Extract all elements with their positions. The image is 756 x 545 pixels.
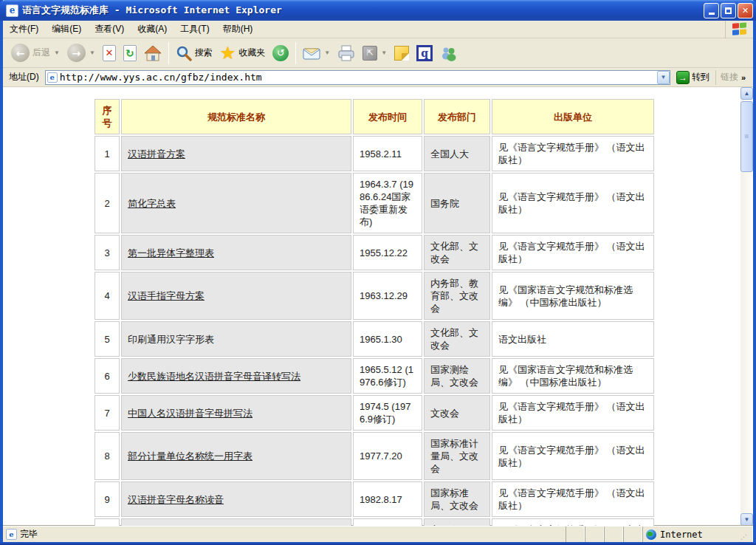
messenger-button[interactable] <box>436 44 461 63</box>
standard-link[interactable]: 汉语拼音方案 <box>128 148 185 160</box>
back-button[interactable]: ← 后退 ▼ <box>7 42 63 64</box>
address-input[interactable] <box>60 72 657 83</box>
menu-edit[interactable]: 编辑(E) <box>45 20 88 38</box>
vertical-scrollbar[interactable]: ▲ ▼ <box>740 87 753 526</box>
row-no: 10 <box>94 518 120 526</box>
favorites-button[interactable]: ★ 收藏夹 <box>216 44 269 62</box>
scrollbar-thumb[interactable] <box>740 101 753 172</box>
standard-link[interactable]: 汉语手指字母方案 <box>128 290 205 301</box>
stop-icon: ✕ <box>103 45 116 61</box>
back-dropdown-icon[interactable]: ▼ <box>54 49 60 56</box>
ie-page-icon: e <box>6 4 18 17</box>
home-button[interactable] <box>140 44 165 63</box>
menu-favorites[interactable]: 收藏(A) <box>131 20 173 38</box>
menu-file[interactable]: 文件(F) <box>3 20 45 38</box>
favorites-star-icon: ★ <box>220 46 236 61</box>
search-button[interactable]: 搜索 <box>172 44 216 63</box>
history-button[interactable]: ↺ <box>269 44 292 63</box>
row-pub: 见《语言文字规范手册》 （语文出版社） <box>492 518 654 526</box>
row-no: 8 <box>94 432 120 480</box>
table-row: 2 简化字总表 1964.3.7 (1986.6.24国家语委重新发布) 国务院… <box>94 173 654 233</box>
edit-button[interactable]: ⇱ ▼ <box>359 44 391 62</box>
search-label: 搜索 <box>195 47 213 59</box>
content-area: 序号 规范标准名称 发布时间 发布部门 出版单位 1 汉语拼音方案 1958.2… <box>3 87 753 526</box>
scroll-down-icon[interactable]: ▼ <box>740 513 753 526</box>
col-header-dept: 发布部门 <box>424 99 490 134</box>
row-no: 4 <box>94 272 120 320</box>
col-header-pub: 出版单位 <box>492 99 654 134</box>
row-dept: 国家标准计量局、文改会 <box>424 432 490 480</box>
standard-link[interactable]: 简化字总表 <box>128 198 176 209</box>
row-no: 1 <box>94 136 120 171</box>
favorites-label: 收藏夹 <box>238 47 265 59</box>
messenger-people-icon <box>440 45 458 61</box>
row-name: 汉语拼音方案 <box>121 136 351 171</box>
standard-link[interactable]: 少数民族语地名汉语拼音字母音译转写法 <box>128 371 300 382</box>
resize-grip[interactable]: ⋰ <box>740 533 748 541</box>
internet-globe-icon <box>646 529 656 540</box>
table-row: 7 中国人名汉语拼音字母拼写法 1974.5 (1976.9修订) 文改会 见《… <box>94 395 654 431</box>
go-button[interactable]: → 转到 <box>673 70 712 85</box>
row-date: 1982.8.17 <box>353 481 422 517</box>
print-button[interactable] <box>334 44 359 63</box>
q-tool-button[interactable]: q <box>413 44 436 63</box>
table-row: 1 汉语拼音方案 1958.2.11 全国人大 见《语言文字规范手册》 （语文出… <box>94 136 654 171</box>
address-combo: e ▼ <box>45 70 670 85</box>
web-page: 序号 规范标准名称 发布时间 发布部门 出版单位 1 汉语拼音方案 1958.2… <box>3 87 740 526</box>
discuss-button[interactable] <box>391 44 413 62</box>
status-pane <box>585 527 604 542</box>
standard-link[interactable]: 中国人名汉语拼音字母拼写法 <box>128 408 252 419</box>
window-bottom-border <box>0 542 756 545</box>
edit-dropdown-icon[interactable]: ▼ <box>381 49 387 56</box>
links-label: 链接 <box>721 71 738 83</box>
windows-logo-box <box>725 21 753 38</box>
windows-logo-icon <box>732 22 747 35</box>
scroll-up-icon[interactable]: ▲ <box>740 87 753 100</box>
status-pane <box>566 527 585 542</box>
mail-button[interactable]: ▼ <box>299 45 334 61</box>
search-icon <box>176 45 192 61</box>
standard-link[interactable]: 第一批异体字整理表 <box>128 247 214 258</box>
standard-link[interactable]: 部分计量单位名称统一用字表 <box>128 450 252 462</box>
stop-button[interactable]: ✕ <box>99 44 120 63</box>
menu-help[interactable]: 帮助(H) <box>216 20 260 38</box>
status-pane <box>604 527 623 542</box>
standard-link[interactable]: 汉语拼音字母名称读音 <box>128 494 224 505</box>
row-no: 5 <box>94 321 120 357</box>
print-icon <box>337 45 355 61</box>
status-bar: e 完毕 Internet ⋰ <box>3 526 753 542</box>
minimize-button[interactable] <box>704 3 719 18</box>
scrollbar-track[interactable] <box>740 172 753 513</box>
close-button[interactable]: ✕ <box>738 3 753 18</box>
menu-tools[interactable]: 工具(T) <box>173 20 216 38</box>
row-name: 少数民族语地名汉语拼音字母音译转写法 <box>121 358 351 394</box>
maximize-icon <box>725 7 732 14</box>
forward-icon: → <box>67 44 86 62</box>
row-name: 简化字总表 <box>121 173 351 233</box>
menu-view[interactable]: 查看(V) <box>88 20 131 38</box>
row-dept: 国务院 <box>424 173 490 233</box>
row-name: 部分计量单位名称统一用字表 <box>121 432 351 480</box>
links-button[interactable]: 链接 » <box>715 70 750 85</box>
refresh-button[interactable]: ↻ <box>120 44 140 63</box>
table-row: 5 印刷通用汉字字形表 1965.1.30 文化部、文改会 语文出版社 <box>94 321 654 357</box>
mail-dropdown-icon[interactable]: ▼ <box>324 49 330 56</box>
table-row: 9 汉语拼音字母名称读音 1982.8.17 国家标准局、文改会 见《语言文字规… <box>94 481 654 517</box>
history-icon: ↺ <box>272 45 289 61</box>
row-name: 第一批异体字整理表 <box>121 235 351 270</box>
col-header-date: 发布时间 <box>353 99 422 134</box>
forward-dropdown-icon[interactable]: ▼ <box>89 49 95 56</box>
row-name: 汉字统一部首表（草案） <box>121 518 351 526</box>
row-dept: 全国人大 <box>424 136 490 171</box>
row-dept: 国家测绘局、文改会 <box>424 358 490 394</box>
toolbar: ← 后退 ▼ → ▼ ✕ ↻ 搜索 <box>3 38 753 68</box>
maximize-button[interactable] <box>721 3 736 18</box>
row-pub: 见《语言文字规范手册》 （语文出版社） <box>492 481 654 517</box>
minimize-icon <box>709 13 715 15</box>
address-dropdown-icon[interactable]: ▼ <box>657 71 670 84</box>
row-pub: 见《国家语言文字规范和标准选编》 （中国标准出版社） <box>492 272 654 320</box>
table-row: 4 汉语手指字母方案 1963.12.29 内务部、教育部、文改会 见《国家语言… <box>94 272 654 320</box>
row-pub: 语文出版社 <box>492 321 654 357</box>
row-dept: 国家标准局、文改会 <box>424 481 490 517</box>
forward-button[interactable]: → ▼ <box>63 42 99 64</box>
